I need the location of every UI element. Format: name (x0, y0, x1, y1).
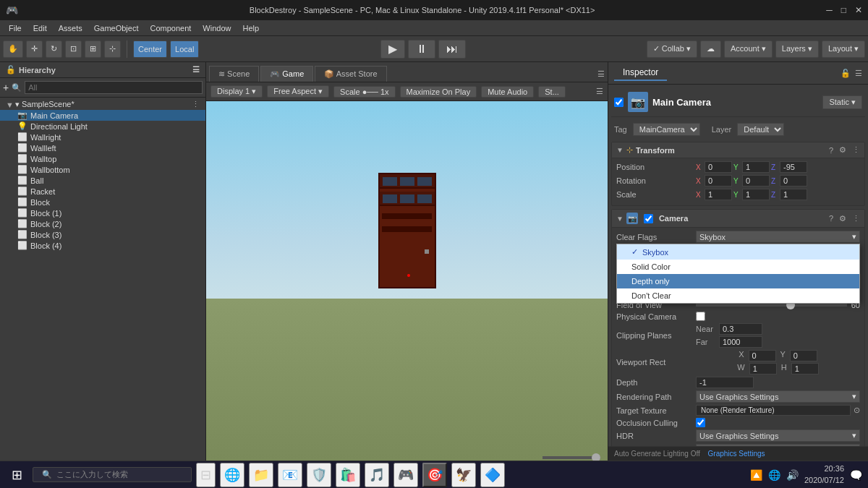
occlusion-culling-checkbox[interactable] (696, 418, 705, 427)
graphics-settings-link[interactable]: Graphics Settings (708, 450, 765, 458)
rot-x-input[interactable] (705, 175, 732, 187)
bottom-slider-track[interactable] (542, 456, 600, 459)
hierarchy-search-input[interactable] (25, 81, 203, 94)
view-toolbar-menu[interactable]: ☰ (596, 87, 603, 96)
taskbar-spotify[interactable]: 🎵 (365, 463, 389, 487)
tab-inspector[interactable]: Inspector (614, 65, 667, 81)
center-button[interactable]: Center (133, 40, 167, 58)
step-button[interactable]: ⏭ (438, 40, 466, 59)
rot-y-input[interactable] (742, 175, 770, 187)
hierarchy-menu-icon[interactable]: ☰ (192, 65, 200, 74)
tool-rotate[interactable]: ↻ (46, 40, 62, 58)
clear-flags-dropdown[interactable]: Skybox ▾ (696, 231, 860, 243)
hier-item-ball[interactable]: ⬜ Ball (0, 175, 205, 186)
taskview-button[interactable]: ⊟ (196, 463, 216, 487)
hier-item-samplescene[interactable]: ▼ ▾ SampleScene* ⋮ (0, 99, 205, 110)
mute-audio-button[interactable]: Mute Audio (481, 86, 534, 98)
taskbar-unity[interactable]: 🎯 (422, 463, 447, 487)
action-center-icon[interactable]: 🗨️ (850, 469, 862, 481)
tab-asset-store[interactable]: 📦 Asset Store (315, 66, 386, 82)
clipping-near-input[interactable] (719, 323, 762, 335)
taskbar-defender[interactable]: 🛡️ (307, 463, 331, 487)
aspect-button[interactable]: Free Aspect ▾ (267, 85, 329, 98)
local-button[interactable]: Local (170, 40, 199, 58)
menu-help[interactable]: Help (237, 24, 265, 33)
view-menu-icon[interactable]: ☰ (595, 67, 608, 82)
hier-item-block4[interactable]: ⬜ Block (4) (0, 240, 205, 251)
inspector-lock-icon[interactable]: 🔓 (841, 69, 851, 78)
object-active-checkbox[interactable] (614, 98, 624, 107)
hierarchy-lock-icon[interactable]: 🔓 (6, 65, 16, 74)
camera-menu-icon[interactable]: ⋮ (852, 214, 860, 223)
hier-item-directional-light[interactable]: 💡 Directional Light (0, 121, 205, 132)
taskbar-other2[interactable]: 🔷 (480, 463, 505, 487)
tool-rect[interactable]: ⊞ (85, 40, 101, 58)
scene-view[interactable] (206, 101, 608, 461)
pos-z-input[interactable] (780, 161, 807, 173)
menu-window[interactable]: Window (197, 24, 237, 33)
camera-help-icon[interactable]: ? (829, 214, 833, 223)
transform-header[interactable]: ▼ ⊹ Transform ? ⚙ ⋮ (612, 142, 864, 158)
transform-help-icon[interactable]: ? (829, 146, 833, 155)
tray-icon-1[interactable]: 🔼 (750, 469, 762, 481)
layers-button[interactable]: Layers ▾ (775, 40, 819, 58)
tool-move[interactable]: ✛ (26, 40, 43, 58)
vp-x-input[interactable] (749, 350, 776, 361)
hier-item-wallright[interactable]: ⬜ Wallright (0, 132, 205, 142)
hier-item-main-camera[interactable]: 📷 Main Camera (0, 110, 205, 121)
play-button[interactable]: ▶ (380, 40, 405, 59)
fov-slider-track[interactable] (696, 304, 847, 307)
rot-z-input[interactable] (780, 175, 807, 187)
scale-y-input[interactable] (742, 189, 770, 200)
taskbar-game[interactable]: 🎮 (393, 463, 418, 487)
menu-gameobject[interactable]: GameObject (88, 24, 145, 33)
pos-y-input[interactable] (742, 161, 770, 173)
tool-transform[interactable]: ⊹ (104, 40, 121, 58)
clear-flags-option-dont-clear[interactable]: Don't Clear (617, 288, 859, 303)
hierarchy-add-button[interactable]: + (3, 82, 9, 93)
hier-item-wallbottom[interactable]: ⬜ Wallbottom (0, 164, 205, 175)
layer-select[interactable]: Default (737, 123, 784, 136)
target-texture-pick-icon[interactable]: ⊙ (854, 406, 860, 415)
menu-edit[interactable]: Edit (27, 24, 53, 33)
taskbar-chrome[interactable]: 🌐 (220, 463, 244, 487)
tray-network-icon[interactable]: 🌐 (768, 469, 780, 481)
stats-button[interactable]: St... (538, 86, 566, 98)
tool-hand[interactable]: ✋ (3, 40, 23, 58)
hier-item-block1[interactable]: ⬜ Block (1) (0, 207, 205, 218)
account-button[interactable]: Account ▾ (724, 40, 773, 58)
window-controls[interactable]: ─ □ ✕ (826, 5, 862, 15)
camera-header[interactable]: ▼ 📷 Camera ? ⚙ ⋮ (612, 210, 864, 228)
hdr-dropdown[interactable]: Use Graphics Settings ▾ (696, 429, 860, 442)
static-button[interactable]: Static ▾ (822, 95, 862, 109)
menu-assets[interactable]: Assets (53, 24, 88, 33)
rendering-path-dropdown[interactable]: Use Graphics Settings ▾ (696, 390, 860, 403)
menu-file[interactable]: File (3, 24, 27, 33)
vp-y-input[interactable] (790, 350, 817, 361)
scale-z-input[interactable] (780, 189, 807, 200)
hier-item-block2[interactable]: ⬜ Block (2) (0, 218, 205, 229)
tab-game[interactable]: 🎮 Game (260, 66, 313, 82)
menu-component[interactable]: Component (144, 24, 197, 33)
taskbar-other1[interactable]: 🦅 (451, 463, 476, 487)
transform-menu-icon[interactable]: ⋮ (852, 145, 860, 155)
hier-item-racket[interactable]: ⬜ Racket (0, 186, 205, 197)
taskbar-explorer[interactable]: 📁 (249, 463, 273, 487)
hier-item-walltop[interactable]: ⬜ Walltop (0, 153, 205, 164)
pause-button[interactable]: ⏸ (408, 40, 435, 59)
hier-item-menu[interactable]: ⋮ (192, 100, 200, 109)
tool-scale[interactable]: ⊡ (65, 40, 82, 58)
collab-button[interactable]: ✓ Collab ▾ (647, 40, 697, 58)
scale-x-input[interactable] (705, 189, 732, 200)
taskbar-search-placeholder[interactable]: ここに入力して検索 (56, 469, 128, 480)
msaa-dropdown[interactable]: Use Graphics Settings ▾ (696, 444, 860, 446)
layout-button[interactable]: Layout ▾ (822, 40, 865, 58)
tab-scene[interactable]: ≋ Scene (209, 66, 259, 82)
vp-h-input[interactable] (791, 363, 819, 374)
taskbar-search-box[interactable]: 🔍 ここに入力して検索 (33, 467, 192, 482)
transform-settings-icon[interactable]: ⚙ (839, 145, 846, 155)
clear-flags-option-depth-only[interactable]: Depth only (617, 274, 859, 288)
vp-w-input[interactable] (749, 363, 777, 374)
taskbar-mail[interactable]: 📧 (278, 463, 302, 487)
taskbar-store[interactable]: 🛍️ (336, 463, 360, 487)
